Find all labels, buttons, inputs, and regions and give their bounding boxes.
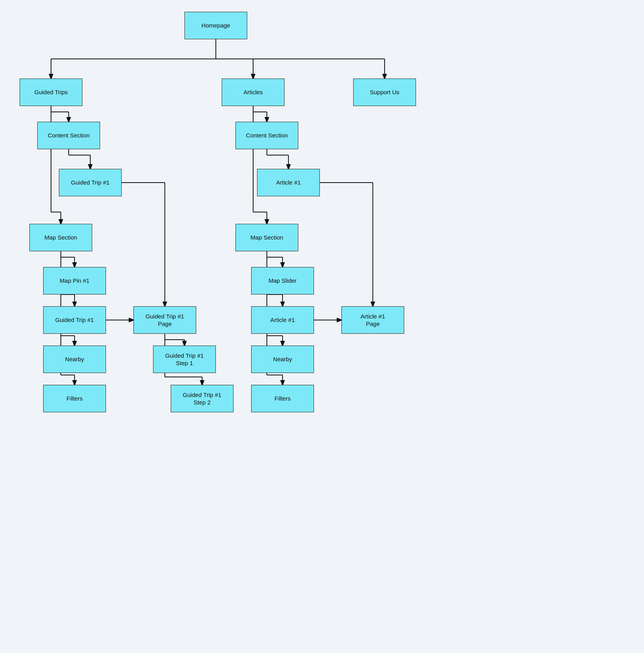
node-filters-right-label: Filters xyxy=(275,395,291,402)
node-guided-trip-1-page-label: Guided Trip #1 Page xyxy=(146,313,184,328)
node-map-slider-label: Map Slider xyxy=(268,277,297,285)
node-guided-trip-step1: Guided Trip #1 Step 1 xyxy=(153,346,216,373)
node-filters-left-label: Filters xyxy=(67,395,83,402)
node-map-pin-1: Map Pin #1 xyxy=(43,267,106,294)
node-guided-trip-1-left: Guided Trip #1 xyxy=(59,169,122,196)
node-guided-trip-1-mid: Guided Trip #1 xyxy=(43,306,106,334)
node-guided-trip-step2: Guided Trip #1 Step 2 xyxy=(171,385,234,412)
node-nearby-left-label: Nearby xyxy=(65,355,84,363)
node-articles-label: Articles xyxy=(243,88,263,96)
node-map-section-left-label: Map Section xyxy=(44,234,77,241)
node-map-section-left: Map Section xyxy=(29,224,92,251)
node-guided-trip-1-mid-label: Guided Trip #1 xyxy=(55,316,94,324)
node-filters-right: Filters xyxy=(251,385,314,412)
node-guided-trip-step2-label: Guided Trip #1 Step 2 xyxy=(183,391,221,406)
node-map-pin-1-label: Map Pin #1 xyxy=(60,277,89,285)
node-article-1-mid-label: Article #1 xyxy=(270,316,295,324)
diagram: Homepage Guided Trips Articles Support U… xyxy=(0,0,644,653)
node-content-section-left-label: Content Section xyxy=(48,132,90,139)
node-guided-trips-label: Guided Trips xyxy=(34,88,68,96)
node-article-1-page-label: Article #1 Page xyxy=(361,313,385,328)
node-support-us: Support Us xyxy=(353,79,416,106)
node-content-section-right: Content Section xyxy=(235,122,298,149)
node-homepage-label: Homepage xyxy=(201,22,230,29)
node-support-us-label: Support Us xyxy=(370,88,399,96)
node-map-section-right: Map Section xyxy=(235,224,298,251)
node-article-1-mid: Article #1 xyxy=(251,306,314,334)
node-content-section-right-label: Content Section xyxy=(246,132,288,139)
node-guided-trip-1-left-label: Guided Trip #1 xyxy=(71,179,109,187)
node-map-slider: Map Slider xyxy=(251,267,314,294)
node-guided-trip-1-page: Guided Trip #1 Page xyxy=(133,306,196,334)
node-nearby-left: Nearby xyxy=(43,346,106,373)
node-nearby-right-label: Nearby xyxy=(273,355,292,363)
node-guided-trips: Guided Trips xyxy=(20,79,82,106)
node-articles: Articles xyxy=(222,79,285,106)
node-guided-trip-step1-label: Guided Trip #1 Step 1 xyxy=(165,352,204,367)
node-nearby-right: Nearby xyxy=(251,346,314,373)
node-article-1-page: Article #1 Page xyxy=(341,306,404,334)
node-map-section-right-label: Map Section xyxy=(250,234,283,241)
node-filters-left: Filters xyxy=(43,385,106,412)
node-homepage: Homepage xyxy=(184,12,247,39)
node-article-1-right-label: Article #1 xyxy=(276,179,301,187)
node-content-section-left: Content Section xyxy=(37,122,100,149)
node-article-1-right: Article #1 xyxy=(257,169,320,196)
